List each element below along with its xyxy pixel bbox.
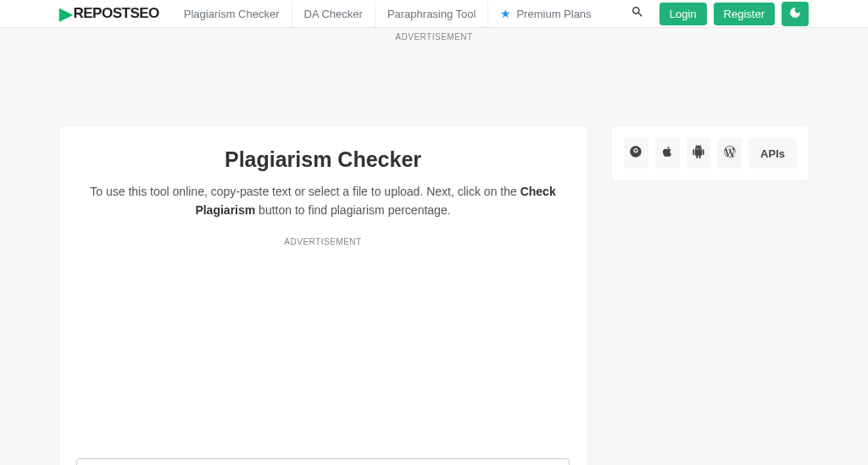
main-card: Plagiarism Checker To use this tool onli… [59,126,587,465]
theme-toggle-button[interactable] [782,2,809,26]
logo-text: REPOSTSEO [74,5,159,22]
apis-button[interactable]: APIs [748,138,797,169]
wordpress-ext-button[interactable] [717,138,742,169]
login-button[interactable]: Login [659,3,707,25]
android-ext-button[interactable] [687,138,711,169]
page-description: To use this tool online, copy-paste text… [76,182,570,220]
apple-ext-button[interactable] [655,138,680,169]
logo-icon: ▶ [59,3,72,24]
chrome-ext-button[interactable] [624,138,648,169]
header-right: Login Register [631,2,809,26]
nav-premium-plans[interactable]: ★ Premium Plans [488,0,603,27]
nav: Plagiarism Checker DA Checker Paraphrasi… [172,0,631,27]
header: ▶ REPOSTSEO Plagiarism Checker DA Checke… [0,0,868,28]
nav-plagiarism-checker[interactable]: Plagiarism Checker [172,1,292,27]
ad-label-middle: ADVERTISEMENT [76,237,570,246]
sidebar: APIs [612,126,809,465]
star-icon: ★ [500,7,511,20]
wordpress-icon [723,145,737,162]
chrome-icon [629,145,643,162]
container: Plagiarism Checker To use this tool onli… [0,126,868,465]
nav-paraphrasing-tool[interactable]: Paraphrasing Tool [376,1,489,27]
android-icon [692,145,705,162]
nav-da-checker[interactable]: DA Checker [292,1,376,27]
ad-label-top: ADVERTISEMENT [0,28,868,46]
page-title: Plagiarism Checker [76,147,570,172]
logo[interactable]: ▶ REPOSTSEO [59,3,159,24]
register-button[interactable]: Register [714,3,775,25]
extensions-card: APIs [612,126,809,180]
apple-icon [660,145,674,162]
text-input[interactable] [76,458,570,465]
moon-icon [788,6,802,22]
search-icon[interactable] [631,5,644,23]
